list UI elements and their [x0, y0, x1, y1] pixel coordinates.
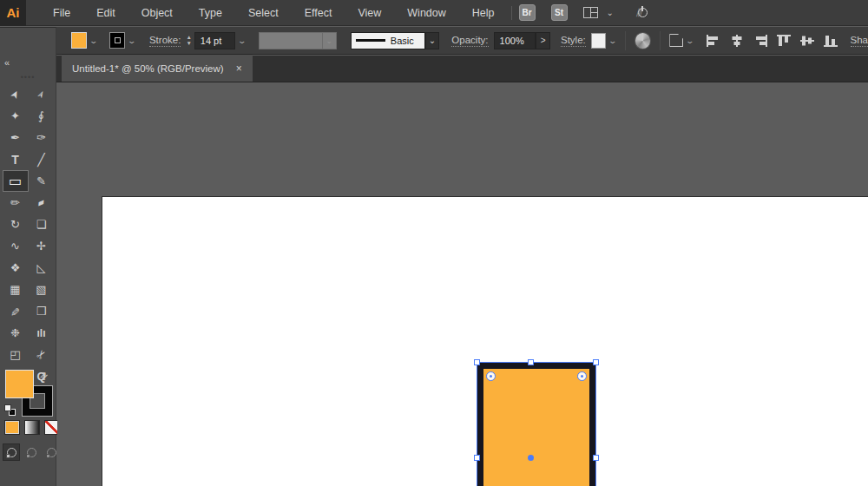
vertical-align-top-icon[interactable] — [776, 34, 792, 48]
tool-pen[interactable]: ✒ — [3, 127, 29, 148]
shape-panel-link[interactable]: Sha — [851, 35, 868, 47]
style-panel-link[interactable]: Style: — [561, 35, 586, 47]
menu-effect[interactable]: Effect — [292, 0, 345, 26]
tool-paintbrush[interactable]: ✎ — [29, 170, 55, 192]
opacity-field[interactable]: 100% — [494, 32, 536, 49]
graphic-style-swatch[interactable] — [591, 33, 607, 49]
selected-rectangle-shape[interactable] — [477, 363, 595, 486]
menu-type[interactable]: Type — [186, 0, 235, 26]
canvas[interactable] — [57, 83, 868, 486]
tool-lasso[interactable]: ∮ — [29, 105, 55, 127]
brush-chevron-button[interactable]: ⌄ — [425, 32, 440, 49]
drawing-mode-buttons — [3, 443, 60, 461]
tool-grid: ➤ ➢ ✦ ∮ ✒ ✑ T ╱ ▭ ✎ ✏ ▰ — [0, 83, 56, 387]
opacity-more-button[interactable]: > — [536, 32, 550, 49]
stock-button[interactable]: St — [551, 4, 568, 21]
tool-puppet-warp[interactable]: ✢ — [29, 235, 55, 257]
chevron-down-icon[interactable]: ⌄ — [607, 9, 614, 17]
horizontal-align-left-icon[interactable] — [706, 34, 721, 48]
menu-view[interactable]: View — [345, 0, 394, 26]
corner-radius-widget-nw[interactable] — [486, 371, 496, 381]
panel-drag-handle[interactable]: •••• — [0, 73, 56, 82]
tool-blend[interactable]: ❒ — [29, 300, 55, 322]
selection-handle-w[interactable] — [474, 455, 480, 461]
tool-perspective-grid[interactable]: ◺ — [29, 257, 55, 279]
tool-type[interactable]: T — [3, 148, 29, 170]
menu-file[interactable]: File — [40, 0, 83, 26]
workspace-switcher-icon[interactable] — [583, 7, 598, 18]
illustrator-window: Ai FileEditObjectTypeSelectEffectViewWin… — [0, 0, 868, 486]
gradient-mode-button[interactable] — [24, 420, 40, 435]
stroke-chevron-icon[interactable]: ⌄ — [128, 36, 137, 45]
tool-eraser[interactable]: ▰ — [29, 192, 55, 213]
tool-column-graph[interactable]: ılı — [29, 322, 55, 344]
menu-window[interactable]: Window — [394, 0, 458, 26]
document-tab[interactable]: Untitled-1* @ 50% (RGB/Preview) × — [62, 55, 253, 82]
bridge-button[interactable]: Br — [519, 4, 536, 21]
tool-rotate[interactable]: ↻ — [3, 213, 29, 235]
brush-definition-dropdown[interactable]: Basic — [351, 32, 425, 49]
tool-symbol-sprayer[interactable]: ❉ — [3, 322, 29, 344]
menubar-divider — [511, 6, 512, 20]
corner-radius-widget-ne[interactable] — [577, 371, 587, 381]
align-buttons — [706, 34, 838, 48]
tool-gradient[interactable]: ▧ — [29, 279, 55, 300]
tool-eyedropper[interactable]: ✐ — [3, 300, 29, 322]
stroke-weight-field[interactable]: 14 pt — [194, 32, 235, 49]
fill-indicator[interactable] — [5, 370, 34, 398]
horizontal-align-right-icon[interactable] — [753, 34, 768, 48]
tool-rectangle[interactable]: ▭ — [3, 170, 29, 192]
menu-items: FileEditObjectTypeSelectEffectViewWindow… — [40, 0, 508, 26]
menu-help[interactable]: Help — [459, 0, 508, 26]
menu-edit[interactable]: Edit — [83, 0, 128, 26]
tool-curvature[interactable]: ✑ — [29, 127, 55, 148]
selection-handle-n[interactable] — [528, 359, 534, 365]
stroke-panel-link[interactable]: Stroke: — [149, 35, 181, 47]
menu-select[interactable]: Select — [235, 0, 292, 26]
fill-chevron-icon[interactable]: ⌄ — [89, 36, 99, 45]
swatch-mode-buttons — [4, 420, 60, 435]
collapse-panel-icon[interactable]: « — [4, 57, 10, 68]
stroke-color-swatch[interactable] — [109, 32, 126, 49]
draw-normal-button[interactable] — [3, 443, 20, 461]
brush-name: Basic — [391, 36, 414, 46]
selection-handle-ne[interactable] — [593, 359, 599, 365]
style-chevron-icon[interactable]: ⌄ — [608, 36, 618, 45]
tool-direct-selection[interactable]: ➢ — [29, 83, 55, 105]
default-fill-stroke-icon[interactable] — [4, 404, 16, 416]
tool-scale[interactable]: ❏ — [29, 213, 55, 235]
tool-artboard[interactable]: ◰ — [3, 344, 29, 365]
tool-magic-wand[interactable]: ✦ — [3, 105, 29, 127]
brush-stroke-preview — [356, 39, 385, 42]
recolor-artwork-icon[interactable] — [635, 32, 652, 49]
selection-handle-nw[interactable] — [474, 359, 480, 365]
artboard[interactable] — [102, 196, 868, 486]
horizontal-align-center-icon[interactable] — [729, 34, 745, 48]
tool-line[interactable]: ╱ — [29, 148, 55, 170]
tool-shape-builder[interactable]: ❖ — [3, 257, 29, 279]
vertical-align-bottom-icon[interactable] — [823, 34, 838, 48]
draw-behind-button[interactable] — [23, 443, 40, 461]
tool-mesh[interactable]: ▦ — [3, 279, 29, 300]
stroke-weight-stepper[interactable]: ▲▼ — [186, 35, 191, 46]
menu-object[interactable]: Object — [128, 0, 186, 26]
transform-chevron-icon[interactable]: ⌄ — [685, 36, 694, 45]
tool-slice[interactable]: ✂ — [29, 344, 55, 365]
vertical-align-center-icon[interactable] — [799, 34, 815, 48]
fill-color-swatch[interactable] — [71, 32, 88, 49]
opacity-panel-link[interactable]: Opacity: — [451, 35, 488, 47]
color-mode-button[interactable] — [4, 420, 20, 435]
width-profile-dropdown[interactable]: ⌄ — [259, 32, 337, 49]
selection-handle-e[interactable] — [593, 455, 599, 461]
transform-icon[interactable] — [669, 34, 683, 47]
control-divider — [625, 31, 626, 50]
stroke-weight-chevron-icon[interactable]: ⌄ — [237, 36, 247, 45]
tool-width[interactable]: ∿ — [3, 235, 29, 257]
control-bar: Rectangle ⌄ ⌄ Stroke: ▲▼ 14 pt ⌄ ⌄ Basic… — [0, 27, 868, 55]
close-icon[interactable]: × — [236, 62, 242, 75]
tool-shaper[interactable]: ✏ — [3, 192, 29, 213]
tool-selection[interactable]: ➤ — [3, 83, 29, 105]
shape-center-point[interactable] — [528, 455, 534, 461]
app-logo[interactable]: Ai — [0, 0, 26, 26]
gpu-performance-icon[interactable]: ⫻ — [636, 6, 648, 20]
